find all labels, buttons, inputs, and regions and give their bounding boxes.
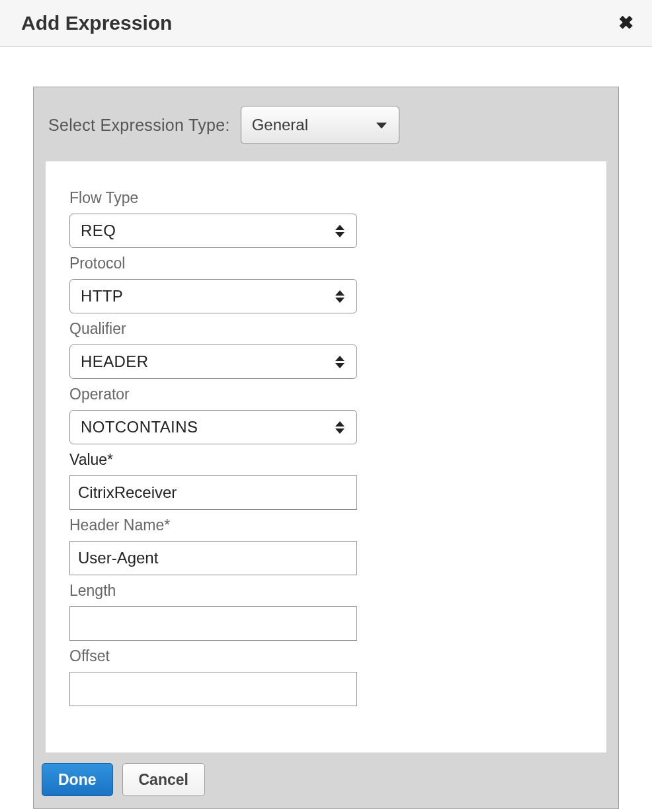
expression-panel: Select Expression Type: General Flow Typ… — [33, 87, 619, 809]
operator-value: NOTCONTAINS — [81, 418, 198, 436]
header-name-label: Header Name* — [69, 516, 583, 534]
value-input[interactable] — [69, 475, 357, 510]
value-row: Value* — [69, 451, 583, 510]
value-label: Value* — [69, 451, 583, 469]
expression-type-row: Select Expression Type: General — [34, 87, 618, 161]
qualifier-label: Qualifier — [69, 320, 583, 338]
protocol-row: Protocol HTTP — [69, 255, 583, 313]
protocol-value: HTTP — [81, 287, 123, 305]
panel-footer: Done Cancel — [34, 752, 618, 808]
offset-input[interactable] — [69, 672, 357, 706]
flow-type-select[interactable]: REQ — [69, 214, 357, 248]
expression-type-value: General — [252, 116, 308, 134]
operator-select[interactable]: NOTCONTAINS — [69, 410, 357, 444]
caret-down-icon — [376, 122, 387, 128]
header-name-row: Header Name* — [69, 516, 583, 575]
updown-icon — [335, 411, 345, 444]
updown-icon — [335, 345, 345, 378]
expression-form: Flow Type REQ Protocol HTTP Qualifier HE… — [46, 161, 606, 752]
flow-type-value: REQ — [81, 222, 116, 240]
protocol-select[interactable]: HTTP — [69, 279, 357, 313]
flow-type-label: Flow Type — [69, 189, 583, 207]
offset-row: Offset — [69, 647, 583, 706]
length-label: Length — [69, 582, 583, 600]
header-name-input[interactable] — [69, 541, 357, 575]
qualifier-value: HEADER — [81, 352, 148, 371]
cancel-button[interactable]: Cancel — [122, 763, 205, 796]
operator-label: Operator — [69, 386, 583, 403]
qualifier-select[interactable]: HEADER — [69, 345, 357, 379]
operator-row: Operator NOTCONTAINS — [69, 386, 583, 444]
updown-icon — [335, 214, 345, 247]
dialog-title: Add Expression — [21, 12, 172, 34]
expression-type-label: Select Expression Type: — [48, 116, 230, 135]
dialog-header: Add Expression ✖ — [0, 0, 652, 47]
length-input[interactable] — [69, 606, 357, 641]
done-button[interactable]: Done — [42, 763, 113, 796]
length-row: Length — [69, 582, 583, 641]
expression-type-select[interactable]: General — [241, 106, 399, 144]
offset-label: Offset — [69, 647, 583, 665]
flow-type-row: Flow Type REQ — [69, 189, 583, 248]
updown-icon — [335, 280, 345, 313]
qualifier-row: Qualifier HEADER — [69, 320, 583, 379]
close-icon[interactable]: ✖ — [618, 14, 633, 32]
protocol-label: Protocol — [69, 255, 583, 272]
